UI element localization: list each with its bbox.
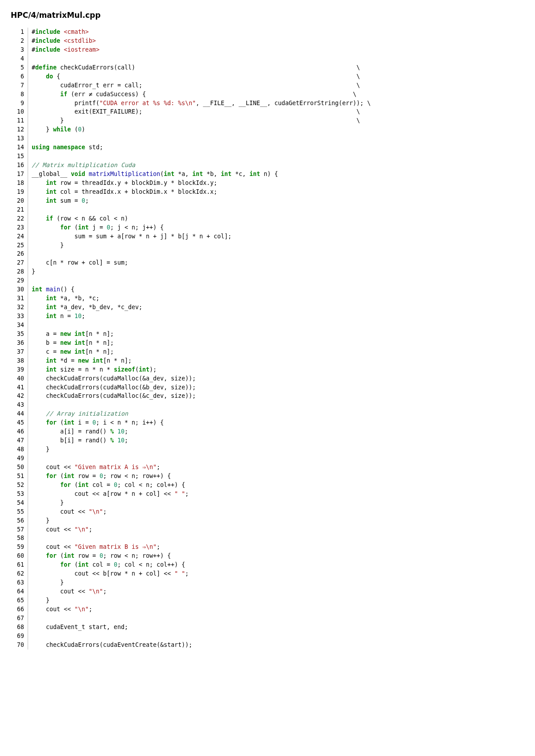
line-number: 19 [11, 188, 28, 196]
code-content: } \ [28, 116, 525, 125]
line-number: 15 [11, 152, 28, 161]
line-number: 69 [11, 632, 28, 641]
code-content: checkCudaErrors(cudaMalloc(&b_dev, size)… [28, 383, 525, 392]
code-line: 57 cout << "\n"; [11, 525, 524, 534]
code-line: 30int main() { [11, 285, 524, 294]
line-number: 42 [11, 392, 28, 400]
line-number: 51 [11, 472, 28, 481]
line-number: 20 [11, 196, 28, 205]
code-line: 60 for (int row = 0; row < n; row++) { [11, 552, 524, 560]
code-content: printf("CUDA error at %s %d: %s\n", __FI… [28, 99, 525, 108]
line-number: 68 [11, 623, 28, 632]
code-content: // Matrix multiplication Cuda [28, 161, 525, 170]
code-content: cudaEvent_t start, end; [28, 623, 525, 632]
line-number: 49 [11, 454, 28, 463]
line-number: 17 [11, 170, 28, 179]
code-line: 42 checkCudaErrors(cudaMalloc(&c_dev, si… [11, 392, 524, 400]
line-number: 38 [11, 356, 28, 365]
line-number: 3 [11, 45, 28, 54]
code-line: 26 [11, 249, 524, 258]
code-content: using namespace std; [28, 143, 525, 152]
line-number: 63 [11, 578, 28, 587]
line-number: 54 [11, 499, 28, 507]
code-content [28, 54, 525, 63]
code-line: 27 c[n * row + col] = sum; [11, 258, 524, 267]
line-number: 9 [11, 99, 28, 108]
code-content: // Array initialization [28, 409, 525, 418]
line-number: 21 [11, 205, 28, 214]
line-number: 23 [11, 223, 28, 232]
code-content: a[i] = rand() % 10; [28, 427, 525, 436]
line-number: 43 [11, 400, 28, 409]
line-number: 4 [11, 54, 28, 63]
code-content: cout << "Given matrix A is ⇒\n"; [28, 463, 525, 472]
code-content: cout << "\n"; [28, 605, 525, 614]
code-content [28, 454, 525, 463]
code-line: 28} [11, 267, 524, 276]
code-line: 1#include <cmath> [11, 28, 524, 37]
code-content: int size = n * n * sizeof(int); [28, 365, 525, 374]
code-content [28, 321, 525, 330]
line-number: 6 [11, 72, 28, 81]
line-number: 56 [11, 516, 28, 525]
code-content [28, 276, 525, 285]
line-number: 57 [11, 525, 28, 534]
line-number: 27 [11, 258, 28, 267]
code-content [28, 205, 525, 214]
code-content: } [28, 578, 525, 587]
line-number: 47 [11, 436, 28, 445]
code-content: int *a, *b, *c; [28, 294, 525, 303]
code-line: 3#include <iostream> [11, 45, 524, 54]
code-content: a = new int[n * n]; [28, 330, 525, 339]
code-line: 65 } [11, 596, 524, 605]
code-content: c = new int[n * n]; [28, 347, 525, 356]
code-line: 46 a[i] = rand() % 10; [11, 427, 524, 436]
line-number: 39 [11, 365, 28, 374]
code-line: 40 checkCudaErrors(cudaMalloc(&a_dev, si… [11, 374, 524, 383]
code-content: #include <cstdlib> [28, 37, 525, 45]
file-title: HPC/4/matrixMul.cpp [11, 11, 524, 20]
line-number: 50 [11, 463, 28, 472]
code-line: 5#define checkCudaErrors(call) \ [11, 63, 524, 72]
code-listing: 1#include <cmath>2#include <cstdlib>3#in… [11, 28, 524, 650]
code-line: 7 cudaError_t err = call; \ [11, 81, 524, 90]
line-number: 10 [11, 107, 28, 116]
code-content: for (int col = 0; col < n; col++) { [28, 481, 525, 490]
line-number: 35 [11, 330, 28, 339]
code-content: cout << a[row * n + col] << " "; [28, 490, 525, 499]
code-content: int *d = new int[n * n]; [28, 356, 525, 365]
code-content: int col = threadIdx.x + blockDim.x * blo… [28, 188, 525, 196]
code-line: 15 [11, 152, 524, 161]
line-number: 52 [11, 481, 28, 490]
line-number: 11 [11, 116, 28, 125]
line-number: 5 [11, 63, 28, 72]
code-line: 44 // Array initialization [11, 409, 524, 418]
line-number: 67 [11, 614, 28, 623]
code-line: 11 } \ [11, 116, 524, 125]
code-line: 22 if (row < n && col < n) [11, 214, 524, 223]
line-number: 60 [11, 552, 28, 560]
line-number: 53 [11, 490, 28, 499]
code-content: } while (0) [28, 125, 525, 134]
line-number: 62 [11, 569, 28, 578]
line-number: 29 [11, 276, 28, 285]
code-line: 29 [11, 276, 524, 285]
code-line: 34 [11, 321, 524, 330]
line-number: 16 [11, 161, 28, 170]
code-line: 25 } [11, 241, 524, 250]
code-content: int *a_dev, *b_dev, *c_dev; [28, 303, 525, 312]
code-line: 24 sum = sum + a[row * n + j] * b[j * n … [11, 232, 524, 241]
code-line: 32 int *a_dev, *b_dev, *c_dev; [11, 303, 524, 312]
code-line: 53 cout << a[row * n + col] << " "; [11, 490, 524, 499]
code-line: 50 cout << "Given matrix A is ⇒\n"; [11, 463, 524, 472]
code-line: 58 [11, 534, 524, 543]
line-number: 45 [11, 418, 28, 427]
code-line: 17__global__ void matrixMultiplication(i… [11, 170, 524, 179]
code-content: for (int row = 0; row < n; row++) { [28, 472, 525, 481]
code-content: cout << "Given matrix B is ⇒\n"; [28, 543, 525, 552]
code-line: 51 for (int row = 0; row < n; row++) { [11, 472, 524, 481]
code-line: 18 int row = threadIdx.y + blockDim.y * … [11, 179, 524, 188]
code-line: 69 [11, 632, 524, 641]
line-number: 37 [11, 347, 28, 356]
code-line: 63 } [11, 578, 524, 587]
